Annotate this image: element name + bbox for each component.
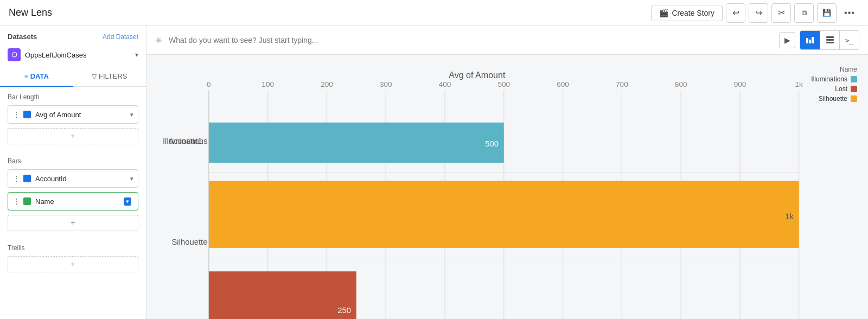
redo-button[interactable]: ↪ [749,3,768,23]
redo-icon: ↪ [755,8,762,18]
svg-rect-1 [809,40,811,43]
table-chart-button[interactable] [820,31,839,49]
paste-button[interactable]: ⧉ [794,3,814,23]
save-icon: 💾 [822,9,831,17]
svg-text:800: 800 [675,80,687,88]
svg-text:900: 900 [734,80,746,88]
svg-text:100: 100 [261,80,274,88]
legend-color-silhouette [851,95,857,102]
svg-rect-3 [826,36,834,38]
chart-type-group: >_ [800,30,859,50]
bar-chart-icon [806,36,814,44]
svg-text:500: 500 [485,139,499,148]
tab-data[interactable]: ≡ DATA [0,67,73,87]
svg-text:Illuminations: Illuminations [163,137,207,145]
cut-icon: ✂ [778,8,785,18]
dataset-item: ⬡ OppsLeftJoinCases ▾ [0,45,146,67]
drag-handle-icon: ⋮ [12,110,20,119]
svg-text:300: 300 [380,80,392,88]
legend-label-lost: Lost [835,85,847,93]
svg-text:500: 500 [497,80,510,88]
avg-amount-select[interactable]: ⋮ Avg of Amount ▾ [8,105,138,124]
tab-data-label: DATA [30,72,49,80]
chart-content: Avg of Amount AccountId > Name 0 100 200 [146,55,868,319]
chart-svg-container: Avg of Amount AccountId > Name 0 100 200 [155,63,859,319]
name-badge: ▾ [124,197,131,206]
trellis-label: Trellis [8,244,138,252]
dataset-icon: ⬡ [8,48,21,61]
create-story-label: Create Story [672,9,714,17]
legend-item-illuminations: Illuminations [811,75,857,83]
legend-item-silhouette: Silhouette [811,95,857,103]
paste-icon: ⧉ [802,9,807,17]
tab-filters[interactable]: ▽ FILTERS [73,67,146,86]
bar-illuminations: Account1 Illuminations 500 [163,123,504,163]
chart-area: ✳ ▶ [146,26,868,319]
svg-text:1k: 1k [795,80,803,88]
undo-icon: ↩ [732,8,739,18]
legend-title: Name [811,66,857,73]
bar-silhouette: Silhouette 1k [171,181,799,248]
tab-filters-label: FILTERS [99,72,127,80]
legend-color-illuminations [851,76,857,82]
field-type-icon [23,175,31,182]
bar-lost-rect [209,271,356,319]
legend-color-lost [851,86,857,92]
svg-rect-5 [826,42,834,43]
star-icon: ✳ [155,35,162,46]
avg-amount-label: Avg of Amount [35,111,130,119]
dataset-chevron-icon[interactable]: ▾ [135,51,138,59]
bar-chart-button[interactable] [800,31,820,49]
table-icon [826,36,834,44]
svg-text:250: 250 [337,306,351,315]
bars-section: Bars ⋮ AccountId ▾ ⋮ Name ▾ + [0,151,146,238]
sidebar: Datasets Add Dataset ⬡ OppsLeftJoinCases… [0,26,146,319]
chart-svg: Avg of Amount AccountId > Name 0 100 200 [155,63,859,319]
svg-text:600: 600 [557,80,569,88]
page-title: New Lens [9,7,52,18]
data-tab-icon: ≡ [24,73,28,80]
legend-label-silhouette: Silhouette [819,95,847,103]
code-button[interactable]: >_ [839,31,859,49]
add-trellis-button[interactable]: + [8,256,138,272]
datasets-header: Datasets Add Dataset [0,26,146,45]
trellis-section: Trellis + [0,238,146,279]
cut-button[interactable]: ✂ [771,3,791,23]
sidebar-tabs: ≡ DATA ▽ FILTERS [0,67,146,87]
more-icon: ••• [844,8,855,18]
save-button[interactable]: 💾 [817,3,837,23]
search-input[interactable] [169,36,775,44]
create-story-button[interactable]: 🎬 Create Story [651,5,723,21]
add-bars-button[interactable]: + [8,215,138,231]
dataset-name: OppsLeftJoinCases [25,51,131,59]
svg-rect-0 [806,38,808,43]
account-id-label: AccountId [35,175,130,183]
svg-rect-4 [826,39,834,41]
header-right: 🎬 Create Story ↩ ↪ ✂ ⧉ 💾 ••• [651,3,859,23]
add-dataset-link[interactable]: Add Dataset [103,33,138,41]
svg-text:0: 0 [207,80,211,88]
svg-rect-2 [812,37,814,43]
create-story-icon: 🎬 [659,9,668,17]
name-select[interactable]: ⋮ Name ▾ [8,192,138,210]
undo-button[interactable]: ↩ [726,3,745,23]
svg-text:400: 400 [439,80,451,88]
code-icon: >_ [845,36,854,44]
more-button[interactable]: ••• [840,3,859,23]
add-bar-length-button[interactable]: + [8,128,138,144]
bar-illuminations-rect [209,123,504,163]
bar-length-label: Bar Length [8,93,138,101]
account-id-select[interactable]: ⋮ AccountId ▾ [8,169,138,188]
header-left: New Lens [9,7,52,18]
header: New Lens 🎬 Create Story ↩ ↪ ✂ ⧉ 💾 ••• [0,0,868,26]
bars-label: Bars [8,157,138,165]
svg-text:Silhouette: Silhouette [171,238,207,246]
x-axis-label: Avg of Amount [449,70,506,80]
svg-text:1k: 1k [785,212,794,221]
datasets-label: Datasets [8,33,37,41]
bar-length-section: Bar Length ⋮ Avg of Amount ▾ + [0,87,146,151]
chart-legend: Name Illuminations Lost Silhouette [811,66,857,105]
main-layout: Datasets Add Dataset ⬡ OppsLeftJoinCases… [0,26,868,319]
chevron-down-icon: ▾ [130,111,133,118]
play-button[interactable]: ▶ [779,32,795,48]
